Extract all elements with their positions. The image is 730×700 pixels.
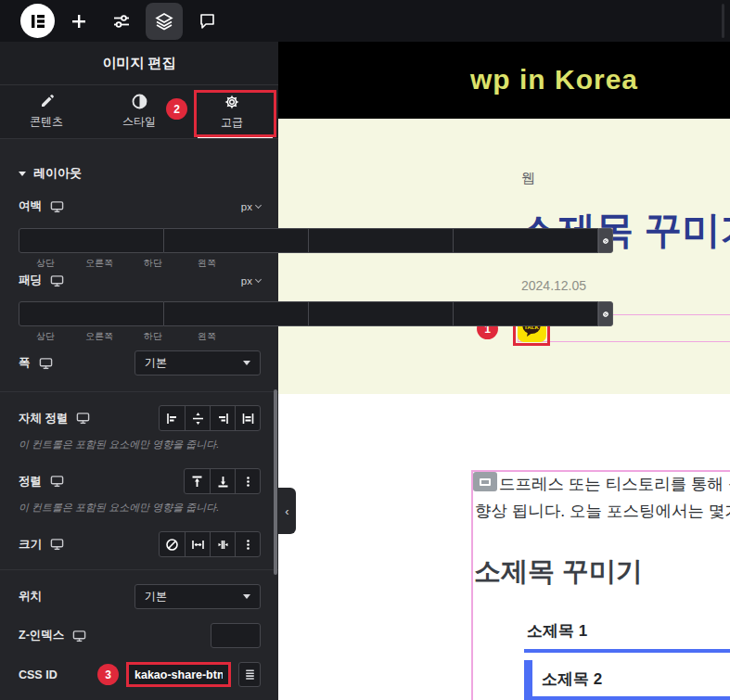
- tab-content-label: 콘텐츠: [30, 114, 63, 130]
- padding-side-right: 오른쪽: [72, 330, 126, 343]
- padding-side-left: 왼쪽: [180, 330, 234, 343]
- panel-title: 이미지 편집: [102, 55, 175, 72]
- divider: [0, 391, 278, 392]
- gear-icon: [224, 94, 240, 110]
- align-self-button-group: [159, 405, 261, 431]
- tab-content[interactable]: 콘텐츠: [0, 85, 93, 138]
- annotation-step-3-badge: 3: [97, 664, 119, 685]
- post-category[interactable]: 웹: [521, 170, 535, 187]
- position-label: 위치: [19, 589, 42, 605]
- align-self-end-button[interactable]: [210, 406, 235, 430]
- padding-side-bottom: 하단: [126, 330, 180, 343]
- link-icon: [599, 235, 612, 248]
- responsive-monitor-icon[interactable]: [76, 412, 90, 425]
- z-index-input[interactable]: [211, 623, 261, 648]
- responsive-monitor-icon[interactable]: [50, 475, 64, 488]
- width-row: 폭 기본: [19, 350, 261, 375]
- toolbar-scrollbar[interactable]: [722, 4, 724, 38]
- pencil-icon: [39, 94, 55, 109]
- align-start-icon: [165, 412, 179, 426]
- database-stack-icon: [244, 668, 256, 681]
- align-self-center-button[interactable]: [185, 406, 210, 430]
- responsive-monitor-icon[interactable]: [72, 630, 86, 643]
- padding-top-input[interactable]: [19, 301, 164, 326]
- subheading-1-underline: [524, 649, 730, 653]
- padding-right-input[interactable]: [164, 301, 309, 326]
- margin-side-labels: 상단 오른쪽 하단 왼쪽: [19, 257, 234, 270]
- position-select[interactable]: 기본: [134, 584, 261, 609]
- margin-left-input[interactable]: [454, 228, 598, 253]
- site-title[interactable]: wp in Korea: [470, 64, 638, 95]
- css-id-row: CSS ID 3: [19, 662, 261, 687]
- order-label: 정렬: [19, 474, 42, 490]
- responsive-monitor-icon[interactable]: [50, 200, 64, 213]
- order-custom-button[interactable]: [235, 469, 260, 493]
- subheading-1: 소제목 1: [527, 620, 587, 642]
- site-settings-button[interactable]: [103, 3, 140, 40]
- size-grow-button[interactable]: [185, 532, 210, 556]
- notes-button[interactable]: [188, 3, 225, 40]
- margin-side-left: 왼쪽: [180, 257, 234, 270]
- margin-top-input[interactable]: [19, 228, 164, 253]
- post-date: 2024.12.05: [521, 278, 586, 293]
- position-select-value: 기본: [145, 589, 167, 605]
- order-first-button[interactable]: [185, 469, 210, 493]
- width-select[interactable]: 기본: [134, 350, 261, 375]
- order-button-group: [184, 468, 261, 494]
- css-id-label: CSS ID: [19, 668, 58, 681]
- align-end-icon: [216, 412, 230, 426]
- order-last-button[interactable]: [210, 469, 235, 493]
- padding-link-values-button[interactable]: [598, 301, 613, 326]
- paragraph-line-1: 드프레스 또는 티스토리를 통해 블로그를 운: [475, 471, 730, 498]
- paragraph-line-2: 향상 됩니다. 오늘 포스팅에서는 몇가지 추천드: [475, 498, 730, 525]
- panel-scrollbar[interactable]: [274, 389, 277, 575]
- responsive-monitor-icon[interactable]: [39, 357, 53, 370]
- elementor-logo-icon: [30, 13, 46, 30]
- align-self-stretch-button[interactable]: [235, 406, 260, 430]
- tab-advanced[interactable]: 고급: [186, 85, 278, 138]
- size-label: 크기: [19, 537, 42, 553]
- layers-icon: [155, 12, 173, 31]
- margin-bottom-input[interactable]: [309, 228, 454, 253]
- margin-unit-select[interactable]: px: [241, 201, 261, 212]
- structure-navigator-button[interactable]: [146, 3, 183, 40]
- responsive-monitor-icon[interactable]: [50, 274, 64, 287]
- container-icon: [480, 478, 491, 486]
- padding-bottom-input[interactable]: [309, 301, 454, 326]
- subheading-2: 소제목 2: [542, 668, 602, 690]
- add-element-button[interactable]: [60, 3, 97, 40]
- responsive-monitor-icon[interactable]: [50, 538, 64, 551]
- margin-right-input[interactable]: [164, 228, 309, 253]
- size-custom-button[interactable]: [210, 532, 235, 556]
- subheading-2-underline: [524, 696, 730, 700]
- tab-style-label: 스타일: [122, 114, 156, 130]
- grow-width-icon: [191, 538, 205, 552]
- margin-unit-label: px: [241, 201, 252, 212]
- align-self-label: 자체 정렬: [19, 411, 68, 426]
- size-more-button[interactable]: [235, 532, 260, 556]
- dynamic-tags-button[interactable]: [238, 662, 261, 687]
- size-none-button[interactable]: [160, 532, 185, 556]
- margin-link-values-button[interactable]: [598, 228, 613, 253]
- z-index-label: Z-인덱스: [19, 628, 64, 643]
- chevron-down-icon: [255, 201, 262, 208]
- panel-collapse-button[interactable]: ‹: [278, 488, 296, 534]
- comment-bubble-icon: [199, 12, 216, 30]
- post-paragraph: 드프레스 또는 티스토리를 통해 블로그를 운 향상 됩니다. 오늘 포스팅에서…: [475, 471, 730, 525]
- element-drag-handle[interactable]: [473, 472, 497, 491]
- elementor-logo[interactable]: [20, 4, 55, 38]
- active-tab-underline: [198, 135, 273, 138]
- contrast-icon: [132, 94, 147, 109]
- css-id-input[interactable]: [126, 662, 231, 687]
- align-self-start-button[interactable]: [160, 406, 185, 430]
- layout-section-toggle[interactable]: 레이아웃: [19, 165, 82, 182]
- shrink-width-icon: [216, 538, 230, 552]
- padding-unit-label: px: [241, 275, 252, 286]
- z-index-row: Z-인덱스: [19, 623, 261, 648]
- padding-unit-select[interactable]: px: [241, 275, 261, 286]
- divider: [0, 569, 278, 570]
- size-button-group: [159, 531, 261, 557]
- page-preview: wp in Korea 웹 소제목 꾸미기 ( 2024.12.05 TALK …: [278, 42, 730, 700]
- padding-label-row: 패딩 px: [19, 273, 261, 288]
- padding-left-input[interactable]: [454, 301, 598, 326]
